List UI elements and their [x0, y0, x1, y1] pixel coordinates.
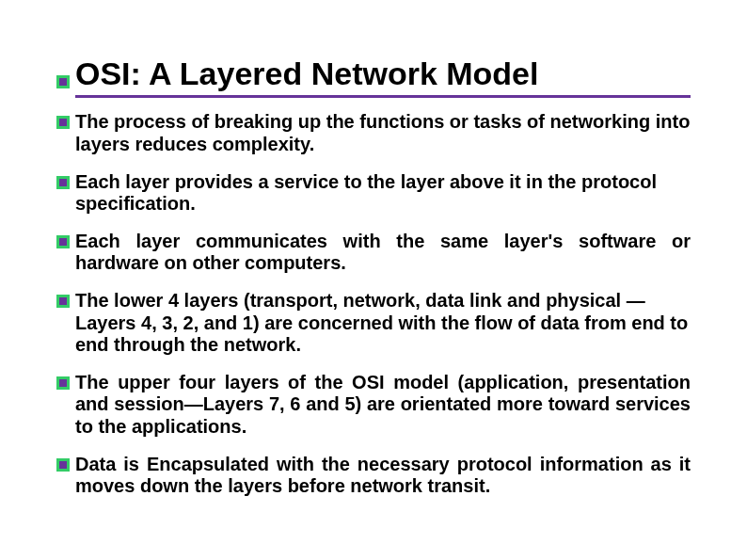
title-bullet-icon: [56, 75, 70, 88]
bullet-icon: [56, 235, 70, 248]
svg-rect-3: [59, 119, 67, 126]
list-item: Each layer provides a service to the lay…: [56, 171, 691, 216]
svg-rect-1: [59, 78, 67, 86]
bullet-text: The lower 4 layers (transport, network, …: [75, 290, 691, 357]
bullet-text: Data is Encapsulated with the necessary …: [75, 454, 691, 498]
slide-body: The process of breaking up the functions…: [56, 111, 691, 497]
bullet-text: Each layer provides a service to the lay…: [75, 171, 691, 216]
bullet-icon: [56, 458, 70, 472]
bullet-text: The process of breaking up the functions…: [75, 111, 691, 155]
slide-title: OSI: A Layered Network Model: [75, 56, 691, 98]
svg-rect-13: [59, 461, 67, 469]
svg-rect-11: [59, 379, 67, 387]
bullet-icon: [56, 176, 70, 189]
list-item: Each layer communicates with the same la…: [56, 231, 691, 275]
slide: OSI: A Layered Network Model The process…: [0, 0, 747, 560]
bullet-icon: [56, 376, 70, 390]
svg-rect-9: [59, 297, 67, 305]
list-item: The upper four layers of the OSI model (…: [56, 372, 691, 439]
list-item: The process of breaking up the functions…: [56, 111, 691, 155]
svg-rect-7: [59, 238, 67, 246]
list-item: The lower 4 layers (transport, network, …: [56, 290, 691, 357]
bullet-text: Each layer communicates with the same la…: [75, 231, 691, 275]
list-item: Data is Encapsulated with the necessary …: [56, 454, 691, 498]
bullet-icon: [56, 295, 70, 308]
bullet-icon: [56, 116, 70, 129]
svg-rect-5: [59, 179, 67, 186]
title-row: OSI: A Layered Network Model: [56, 56, 691, 98]
bullet-text: The upper four layers of the OSI model (…: [75, 372, 691, 439]
